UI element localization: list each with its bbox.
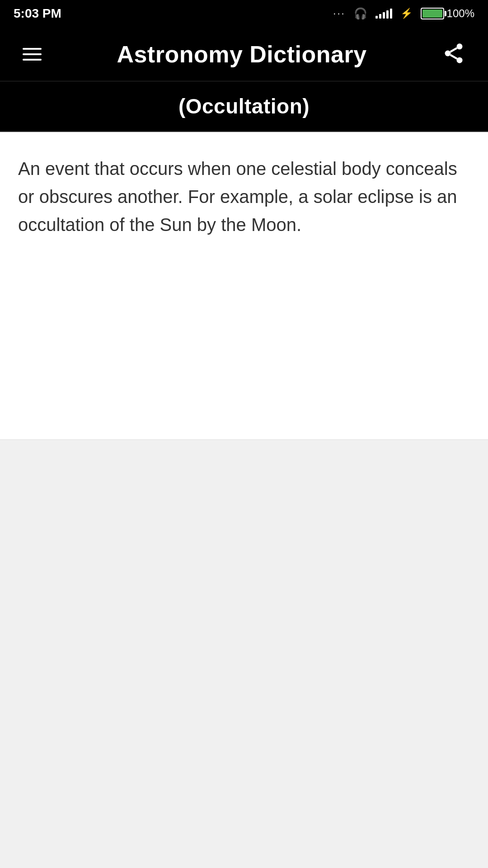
bolt-icon: ⚡ xyxy=(400,8,413,19)
status-icons: ··· 🎧 ⚡ 100% xyxy=(333,7,474,20)
lower-section xyxy=(0,439,488,868)
app-title: Astronomy Dictionary xyxy=(117,41,366,68)
hamburger-line-2 xyxy=(23,53,42,55)
svg-line-4 xyxy=(450,48,457,52)
signal-icon xyxy=(375,9,392,19)
content-area: An event that occurs when one celestial … xyxy=(0,132,488,439)
hamburger-line-1 xyxy=(23,48,42,50)
word-title: (Occultation) xyxy=(178,94,310,118)
word-header: (Occultation) xyxy=(0,81,488,132)
definition-text: An event that occurs when one celestial … xyxy=(18,155,470,239)
battery-percent: 100% xyxy=(447,7,474,20)
menu-button[interactable] xyxy=(18,43,46,65)
battery-fill xyxy=(422,9,442,18)
battery-icon xyxy=(421,8,444,19)
svg-point-0 xyxy=(457,43,463,49)
status-time: 5:03 PM xyxy=(14,6,61,21)
share-icon xyxy=(442,42,465,65)
svg-line-3 xyxy=(450,55,457,59)
app-header: Astronomy Dictionary xyxy=(0,27,488,81)
svg-point-1 xyxy=(445,50,451,56)
hamburger-line-3 xyxy=(23,59,42,61)
battery-indicator: 100% xyxy=(421,7,474,20)
headphone-icon: 🎧 xyxy=(354,7,367,20)
share-button[interactable] xyxy=(437,37,470,71)
status-bar: 5:03 PM ··· 🎧 ⚡ 100% xyxy=(0,0,488,27)
svg-point-2 xyxy=(457,57,463,63)
dots-icon: ··· xyxy=(333,8,345,19)
